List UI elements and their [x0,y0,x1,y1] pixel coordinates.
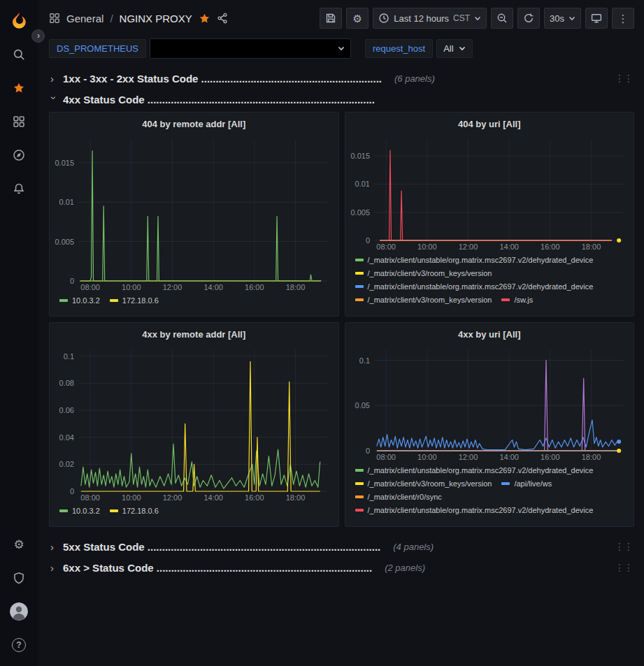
share-icon[interactable] [217,13,228,24]
legend-item[interactable]: /api/live/ws [501,479,552,488]
legend-swatch [59,299,68,302]
svg-text:0.1: 0.1 [64,352,74,361]
var-request-host-label[interactable]: request_host [365,39,433,58]
refresh-interval-select[interactable]: 30s [544,8,581,29]
svg-text:12:00: 12:00 [458,453,478,461]
svg-text:10:00: 10:00 [417,453,437,461]
svg-text:10:00: 10:00 [122,493,141,502]
legend-swatch [110,299,118,302]
monitor-icon [591,13,602,24]
chart-legend: 10.0.3.2172.18.0.6 [50,293,338,316]
timeseries-chart-404-remote-addr[interactable]: 08:0010:0012:0014:0016:0018:0000.0050.01… [50,133,338,293]
dashboards-grid-icon[interactable] [0,105,38,138]
row-6xx[interactable]: › 6xx > Status Code ....................… [49,558,634,577]
legend-item[interactable]: 10.0.3.2 [59,507,100,515]
row-4xx[interactable]: › 4xx Status Code ......................… [49,89,634,109]
panel-title[interactable]: 4xx by uri [All] [345,326,634,344]
svg-text:12:00: 12:00 [163,283,183,291]
favorite-star-icon[interactable] [199,13,210,24]
svg-text:10:00: 10:00 [417,242,437,251]
legend-item[interactable]: /_matrix/client/v3/room_keys/version [355,479,492,488]
save-floppy-icon [325,13,336,24]
timeseries-chart-4xx-remote-addr[interactable]: 08:0010:0012:0014:0016:0018:0000.020.040… [50,344,338,503]
top-navbar: General / NGINX PROXY ⚙ Last 12 hours [38,0,644,36]
svg-text:14:00: 14:00 [203,493,223,502]
chevron-right-icon: › [50,73,57,85]
legend-item[interactable]: /_matrix/client/unstable/org.matrix.msc2… [355,466,594,475]
legend-item[interactable]: /_matrix/client/v3/room_keys/version [355,269,492,277]
legend-swatch [355,298,364,301]
chart-legend: /_matrix/client/unstable/org.matrix.msc2… [345,463,634,526]
legend-item[interactable]: 172.18.0.6 [110,296,159,305]
timeseries-chart-404-uri[interactable]: 08:0010:0012:0014:0016:0018:0000.0050.01… [345,133,634,252]
row-title: 5xx Status Code ........................… [63,541,380,553]
svg-text:14:00: 14:00 [499,453,519,461]
admin-shield-icon[interactable] [0,561,38,595]
dashboard-title[interactable]: NGINX PROXY [120,13,192,24]
panel-404-by-uri: 404 by uri [All] 08:0010:0012:0014:0016:… [345,112,635,317]
zoom-out-button[interactable] [491,8,513,29]
var-ds-prometheus-label[interactable]: DS_PROMETHEUS [49,39,146,58]
legend-swatch [355,285,364,288]
svg-text:14:00: 14:00 [203,283,223,291]
row-5xx[interactable]: › 5xx Status Code ......................… [49,537,634,556]
avatar-image [10,602,28,621]
var-request-host-value[interactable]: All [436,39,472,58]
panel-title[interactable]: 404 by remote addr [All] [50,115,338,133]
svg-text:16:00: 16:00 [541,242,560,251]
row-drag-handle[interactable]: ⋮⋮ [615,562,633,573]
svg-text:0.04: 0.04 [59,433,74,442]
user-avatar[interactable] [0,595,38,628]
panel-title[interactable]: 4xx by remote addr [All] [50,326,338,344]
svg-text:14:00: 14:00 [499,242,519,251]
legend-item[interactable]: /_matrix/client/v3/room_keys/version [355,296,492,304]
svg-text:12:00: 12:00 [163,493,183,502]
row-title: 6xx > Status Code ......................… [63,562,372,574]
row-drag-handle[interactable]: ⋮⋮ [615,73,633,84]
variables-bar: DS_PROMETHEUS request_host All [38,36,644,63]
legend-swatch [355,482,364,485]
sidebar-expand-chevron[interactable]: › [31,29,45,43]
time-range-label: Last 12 hours [394,13,449,24]
legend-swatch [355,495,364,498]
svg-text:0.01: 0.01 [355,180,369,188]
row-title: 4xx Status Code ........................… [63,94,375,106]
refresh-interval-label: 30s [550,13,564,24]
timeseries-chart-4xx-uri[interactable]: 08:0010:0012:0014:0016:0018:0000.050.1 [345,344,634,463]
chart-legend: 10.0.3.2172.18.0.6 [50,503,338,526]
var-ds-prometheus-value[interactable] [150,38,351,59]
alerting-bell-icon[interactable] [0,172,38,205]
main-area: General / NGINX PROXY ⚙ Last 12 hours [38,0,644,666]
row-1xx-3xx-2xx[interactable]: › 1xx - 3xx - 2xx Status Code ..........… [49,68,634,88]
svg-text:0.01: 0.01 [59,198,74,206]
save-dashboard-button[interactable] [320,8,342,29]
grafana-logo[interactable] [8,6,29,38]
breadcrumb-section[interactable]: General [66,13,103,24]
legend-item[interactable]: 10.0.3.2 [59,296,100,305]
legend-item[interactable]: /_matrix/client/unstable/org.matrix.msc2… [355,282,594,291]
legend-item[interactable]: /_matrix/client/unstable/org.matrix.msc2… [355,256,594,264]
svg-text:12:00: 12:00 [458,242,478,251]
svg-text:0: 0 [70,277,74,285]
svg-text:0.005: 0.005 [350,208,370,217]
help-icon[interactable]: ? [0,628,38,662]
row-drag-handle[interactable]: ⋮⋮ [615,541,633,552]
dashboard-settings-button[interactable]: ⚙ [346,8,368,29]
legend-swatch [110,509,118,512]
legend-item[interactable]: /sw.js [501,296,533,304]
row-panel-count: (2 panels) [385,563,425,573]
refresh-button[interactable] [517,8,540,29]
server-admin-gear-icon[interactable]: ⚙ [0,528,38,561]
cycle-view-mode-button[interactable] [585,8,608,29]
panel-title[interactable]: 404 by uri [All] [345,115,634,133]
starred-dashboards-icon[interactable] [0,71,38,105]
legend-item[interactable]: /_matrix/client/r0/sync [355,493,442,501]
explore-compass-icon[interactable] [0,138,38,172]
svg-text:08:00: 08:00 [376,242,396,251]
svg-text:18:00: 18:00 [581,242,601,251]
legend-item[interactable]: /_matrix/client/unstable/org.matrix.msc2… [355,506,594,514]
search-icon[interactable] [0,38,38,71]
legend-item[interactable]: 172.18.0.6 [110,507,159,515]
time-range-picker[interactable]: Last 12 hours CST [373,8,487,29]
kebab-menu-button[interactable]: ⋮ [612,8,634,29]
